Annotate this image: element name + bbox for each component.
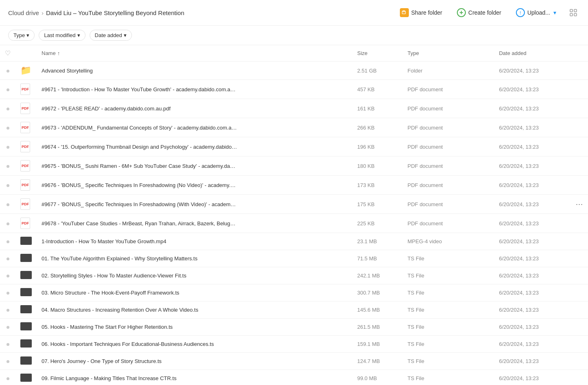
date-added-filter-button[interactable]: Date added ▾ bbox=[90, 30, 132, 41]
file-size: 124.7 MB bbox=[352, 353, 403, 370]
table-row: 03. Micro Structure - The Hook-Event-Pay… bbox=[0, 284, 588, 301]
favorite-dot[interactable] bbox=[0, 267, 15, 284]
video-thumb-icon bbox=[20, 339, 32, 348]
file-name-cell[interactable]: 07. Hero's Journey - One Type of Story S… bbox=[37, 353, 352, 370]
file-name-cell[interactable]: #9671 - 'Introduction - How To Master Yo… bbox=[37, 80, 352, 99]
video-thumb-icon bbox=[20, 322, 32, 330]
grid-view-icon bbox=[569, 9, 577, 17]
file-name-cell[interactable]: #9672 - 'PLEASE READ' - academy.dabido.c… bbox=[37, 99, 352, 118]
folder-icon: 📁 bbox=[20, 65, 31, 75]
pdf-icon: PDF bbox=[20, 103, 30, 114]
row-actions-cell bbox=[571, 319, 588, 336]
file-name: #9673 - 'ADDENDUM_ Fundamental Concepts … bbox=[42, 125, 237, 131]
file-name-cell[interactable]: #9675 - 'BONUS_ Sushi Ramen - 6M+ Sub Yo… bbox=[37, 156, 352, 176]
file-name-cell[interactable]: 05. Hooks - Mastering The Start For High… bbox=[37, 319, 352, 336]
breadcrumb-root[interactable]: Cloud drive bbox=[8, 9, 39, 16]
file-name-cell[interactable]: 01. The YouTube Algorithm Explained - Wh… bbox=[37, 250, 352, 267]
pdf-icon: PDF bbox=[20, 84, 30, 95]
favorite-dot[interactable] bbox=[0, 250, 15, 267]
file-name: Advanced Storytelling bbox=[42, 68, 237, 74]
favorite-dot[interactable] bbox=[0, 195, 15, 214]
video-thumb-icon bbox=[20, 288, 32, 296]
favorite-dot[interactable] bbox=[0, 353, 15, 370]
file-name-cell[interactable]: #9674 - '15. Outperforming Thumbnail Des… bbox=[37, 137, 352, 156]
file-name: #9672 - 'PLEASE READ' - academy.dabido.c… bbox=[42, 106, 237, 112]
row-more-button[interactable]: ··· bbox=[576, 200, 583, 208]
file-name: 07. Hero's Journey - One Type of Story S… bbox=[42, 358, 237, 364]
favorite-dot[interactable] bbox=[0, 118, 15, 137]
file-name-cell[interactable]: #9676 - 'BONUS_ Specific Techniques In F… bbox=[37, 176, 352, 195]
upload-button[interactable]: ↑ Upload... ▾ bbox=[512, 6, 560, 20]
favorite-dot[interactable] bbox=[0, 284, 15, 301]
file-name-cell[interactable]: #9678 - 'YouTuber Case Studies - MrBeast… bbox=[37, 214, 352, 233]
create-folder-button[interactable]: + Create folder bbox=[453, 6, 505, 20]
share-folder-button[interactable]: Share folder bbox=[396, 6, 446, 20]
file-name-cell[interactable]: 03. Micro Structure - The Hook-Event-Pay… bbox=[37, 284, 352, 301]
file-name: 06. Hooks - Important Techniques For Edu… bbox=[42, 341, 237, 347]
file-name: 05. Hooks - Mastering The Start For High… bbox=[42, 324, 237, 330]
file-name-cell[interactable]: 09. Filmic Language - Making Titles That… bbox=[37, 370, 352, 385]
favorite-dot[interactable] bbox=[0, 176, 15, 195]
date-column-header[interactable]: Date added bbox=[494, 45, 571, 62]
file-size: 71.5 MB bbox=[352, 250, 403, 267]
grid-view-button[interactable] bbox=[567, 6, 580, 19]
file-name-cell[interactable]: #9673 - 'ADDENDUM_ Fundamental Concepts … bbox=[37, 118, 352, 137]
breadcrumb-current: David Liu – YouTube Storytelling Beyond … bbox=[46, 9, 184, 16]
file-date: 6/20/2024, 13:23 bbox=[494, 62, 571, 80]
row-actions-cell bbox=[571, 118, 588, 137]
table-row: PDF#9674 - '15. Outperforming Thumbnail … bbox=[0, 137, 588, 156]
last-modified-filter-button[interactable]: Last modified ▾ bbox=[39, 30, 85, 41]
file-icon-cell bbox=[15, 284, 37, 301]
favorite-dot[interactable] bbox=[0, 301, 15, 319]
size-column-header[interactable]: Size bbox=[352, 45, 403, 62]
favorite-dot[interactable] bbox=[0, 233, 15, 250]
file-date: 6/20/2024, 13:23 bbox=[494, 301, 571, 319]
table-row: 1-Introduction - How To Master YouTube G… bbox=[0, 233, 588, 250]
file-date: 6/20/2024, 13:23 bbox=[494, 80, 571, 99]
table-row: 09. Filmic Language - Making Titles That… bbox=[0, 370, 588, 385]
file-icon-cell: PDF bbox=[15, 214, 37, 233]
file-date: 6/20/2024, 13:23 bbox=[494, 336, 571, 353]
file-date: 6/20/2024, 13:23 bbox=[494, 353, 571, 370]
file-name-cell[interactable]: 04. Macro Structures - Increasing Retent… bbox=[37, 301, 352, 319]
file-icon-cell: PDF bbox=[15, 176, 37, 195]
table-row: PDF#9677 - 'BONUS_ Specific Techniques I… bbox=[0, 195, 588, 214]
file-type: PDF document bbox=[403, 195, 494, 214]
favorite-dot[interactable] bbox=[0, 99, 15, 118]
favorite-dot[interactable] bbox=[0, 370, 15, 385]
file-name-cell[interactable]: Advanced Storytelling bbox=[37, 62, 352, 80]
file-table: ♡ Name ↑ Size Type Date added 📁Advanced … bbox=[0, 45, 588, 385]
type-filter-button[interactable]: Type ▾ bbox=[8, 30, 35, 41]
file-icon-cell bbox=[15, 353, 37, 370]
favorite-dot[interactable] bbox=[0, 137, 15, 156]
file-name-cell[interactable]: #9677 - 'BONUS_ Specific Techniques In F… bbox=[37, 195, 352, 214]
file-size: 2.51 GB bbox=[352, 62, 403, 80]
file-type: PDF document bbox=[403, 176, 494, 195]
favorite-dot[interactable] bbox=[0, 336, 15, 353]
file-name-cell[interactable]: 02. Storytelling Styles - How To Master … bbox=[37, 267, 352, 284]
file-name: #9678 - 'YouTuber Case Studies - MrBeast… bbox=[42, 220, 237, 227]
favorite-dot[interactable] bbox=[0, 319, 15, 336]
date-added-filter-label: Date added bbox=[95, 32, 122, 38]
create-folder-label: Create folder bbox=[468, 9, 501, 16]
file-type: PDF document bbox=[403, 214, 494, 233]
file-type: TS File bbox=[403, 301, 494, 319]
file-date: 6/20/2024, 13:23 bbox=[494, 118, 571, 137]
favorite-dot[interactable] bbox=[0, 62, 15, 80]
file-size: 261.5 MB bbox=[352, 319, 403, 336]
row-actions-cell bbox=[571, 62, 588, 80]
table-row: PDF#9675 - 'BONUS_ Sushi Ramen - 6M+ Sub… bbox=[0, 156, 588, 176]
favorite-dot[interactable] bbox=[0, 80, 15, 99]
favorite-dot[interactable] bbox=[0, 214, 15, 233]
type-column-header[interactable]: Type bbox=[403, 45, 494, 62]
file-date: 6/20/2024, 13:23 bbox=[494, 233, 571, 250]
row-actions-cell bbox=[571, 370, 588, 385]
file-name-cell[interactable]: 1-Introduction - How To Master YouTube G… bbox=[37, 233, 352, 250]
favorite-dot[interactable] bbox=[0, 156, 15, 176]
share-folder-icon bbox=[400, 8, 409, 17]
video-thumb-icon bbox=[20, 305, 32, 313]
file-name-cell[interactable]: 06. Hooks - Important Techniques For Edu… bbox=[37, 336, 352, 353]
name-column-header[interactable]: Name ↑ bbox=[37, 45, 352, 62]
pdf-icon: PDF bbox=[20, 218, 30, 229]
row-actions-cell bbox=[571, 301, 588, 319]
